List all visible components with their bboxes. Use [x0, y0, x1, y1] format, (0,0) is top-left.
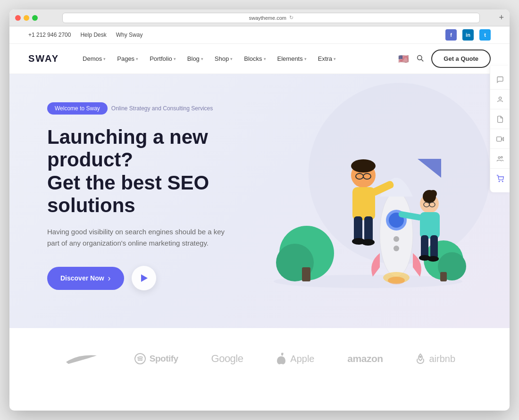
chevron-down-icon: ▾: [136, 57, 138, 61]
chevron-down-icon: ▾: [201, 57, 203, 61]
google-text: Google: [211, 353, 243, 365]
svg-rect-21: [364, 216, 373, 242]
nav-blocks-label: Blocks: [244, 55, 262, 62]
browser-window: swaytheme.com ↻ + +1 212 946 2700 Help D…: [9, 9, 510, 411]
spotify-logo-icon: [134, 353, 146, 364]
svg-rect-44: [497, 137, 502, 141]
twitter-icon[interactable]: t: [479, 29, 491, 41]
search-button[interactable]: [414, 52, 426, 66]
language-flag[interactable]: 🇺🇸: [398, 54, 409, 64]
nav-extra[interactable]: Extra ▾: [313, 51, 341, 66]
amazon-text: amazon: [347, 353, 383, 364]
chevron-down-icon: ▾: [264, 57, 266, 61]
url-text: swaytheme.com: [249, 15, 286, 21]
spotify-text: Spotify: [150, 354, 178, 364]
brand-airbnb: airbnb: [416, 353, 455, 364]
svg-point-13: [393, 236, 399, 242]
users-sidebar-icon[interactable]: [490, 149, 510, 169]
discover-button[interactable]: Discover Now ›: [47, 267, 124, 290]
svg-point-48: [502, 181, 503, 181]
document-sidebar-icon[interactable]: [490, 109, 510, 129]
nav-blocks[interactable]: Blocks ▾: [239, 51, 270, 66]
cart-sidebar-icon[interactable]: [490, 169, 510, 189]
svg-point-41: [419, 356, 422, 358]
new-tab-button[interactable]: +: [499, 13, 504, 23]
svg-point-10: [380, 192, 413, 277]
svg-point-16: [388, 277, 405, 284]
svg-point-35: [429, 190, 437, 198]
facebook-icon[interactable]: f: [445, 29, 457, 41]
chevron-down-icon: ▾: [334, 57, 336, 61]
welcome-badge: Welcome to Sway: [47, 102, 108, 115]
nav-actions: 🇺🇸 Get a Quote: [398, 49, 491, 68]
brand-apple: Apple: [276, 353, 314, 365]
nav-blog[interactable]: Blog ▾: [183, 51, 208, 66]
welcome-tag: Welcome to Sway Online Strategy and Cons…: [47, 102, 213, 115]
help-desk-link[interactable]: Help Desk: [80, 32, 106, 38]
hero-description: Having good visibility on search engines…: [47, 226, 226, 249]
nav-pages-label: Pages: [117, 55, 134, 62]
nav-shop[interactable]: Shop ▾: [210, 51, 237, 66]
svg-rect-9: [440, 272, 447, 281]
apple-logo-icon: [276, 353, 286, 365]
svg-point-14: [393, 246, 399, 251]
play-video-button[interactable]: [132, 266, 156, 290]
svg-point-45: [498, 156, 500, 158]
nav-portfolio-label: Portfolio: [150, 55, 172, 62]
nike-logo-icon: [64, 352, 101, 366]
chevron-down-icon: ▾: [103, 57, 106, 61]
brand-amazon: amazon: [347, 353, 383, 364]
arrow-right-icon: ›: [108, 273, 111, 283]
chat-sidebar-icon[interactable]: [490, 70, 510, 90]
svg-rect-6: [302, 267, 310, 281]
nav-pages[interactable]: Pages ▾: [112, 51, 143, 66]
why-sway-link[interactable]: Why Sway: [116, 32, 143, 38]
top-bar: +1 212 946 2700 Help Desk Why Sway f in …: [9, 26, 510, 44]
reload-icon: ↻: [289, 15, 293, 21]
traffic-lights: [15, 15, 38, 21]
nav-blog-label: Blog: [187, 55, 200, 62]
svg-rect-30: [420, 212, 440, 239]
svg-point-39: [427, 256, 439, 262]
chevron-down-icon: ▾: [230, 57, 233, 61]
svg-point-28: [361, 239, 375, 246]
nav-elements-label: Elements: [277, 55, 303, 62]
nav-elements[interactable]: Elements ▾: [273, 51, 311, 66]
svg-marker-43: [502, 137, 504, 140]
hero-title: Launching a new product? Get the best SE…: [47, 126, 293, 217]
brands-section: Spotify Google Apple amazon airbnb: [9, 328, 510, 389]
site-logo[interactable]: SWAY: [28, 53, 59, 64]
svg-point-46: [501, 156, 502, 158]
svg-point-23: [351, 159, 376, 173]
close-button[interactable]: [15, 15, 21, 21]
right-sidebar: [490, 66, 510, 192]
navigation: SWAY Demos ▾ Pages ▾ Portfolio ▾ Blog ▾ …: [9, 44, 510, 74]
nav-extra-label: Extra: [318, 55, 332, 62]
hero-section: Welcome to Sway Online Strategy and Cons…: [9, 74, 510, 328]
hero-title-line2: Get the best SEO solutions: [47, 172, 209, 216]
maximize-button[interactable]: [32, 15, 38, 21]
nav-demos-label: Demos: [83, 55, 102, 62]
welcome-subtitle: Online Strategy and Consulting Services: [111, 105, 213, 112]
airbnb-text: airbnb: [429, 354, 455, 364]
nav-demos[interactable]: Demos ▾: [78, 51, 110, 66]
get-quote-button[interactable]: Get a Quote: [431, 49, 491, 68]
nav-portfolio[interactable]: Portfolio ▾: [145, 51, 181, 66]
hero-actions: Discover Now ›: [47, 266, 302, 290]
phone-number: +1 212 946 2700: [28, 32, 71, 38]
brand-google: Google: [211, 353, 243, 365]
video-sidebar-icon[interactable]: [490, 129, 510, 149]
browser-chrome: swaytheme.com ↻ +: [9, 9, 510, 26]
brand-spotify: Spotify: [134, 353, 178, 364]
nav-shop-label: Shop: [215, 55, 229, 62]
svg-marker-17: [418, 159, 441, 178]
top-bar-left: +1 212 946 2700 Help Desk Why Sway: [28, 32, 142, 38]
linkedin-icon[interactable]: in: [462, 29, 474, 41]
address-bar[interactable]: swaytheme.com ↻: [62, 13, 480, 23]
svg-rect-32: [430, 235, 438, 259]
user-sidebar-icon[interactable]: [490, 90, 510, 109]
chevron-down-icon: ▾: [174, 57, 176, 61]
minimize-button[interactable]: [24, 15, 29, 21]
svg-point-42: [499, 97, 501, 99]
nav-links: Demos ▾ Pages ▾ Portfolio ▾ Blog ▾ Shop …: [78, 51, 398, 66]
